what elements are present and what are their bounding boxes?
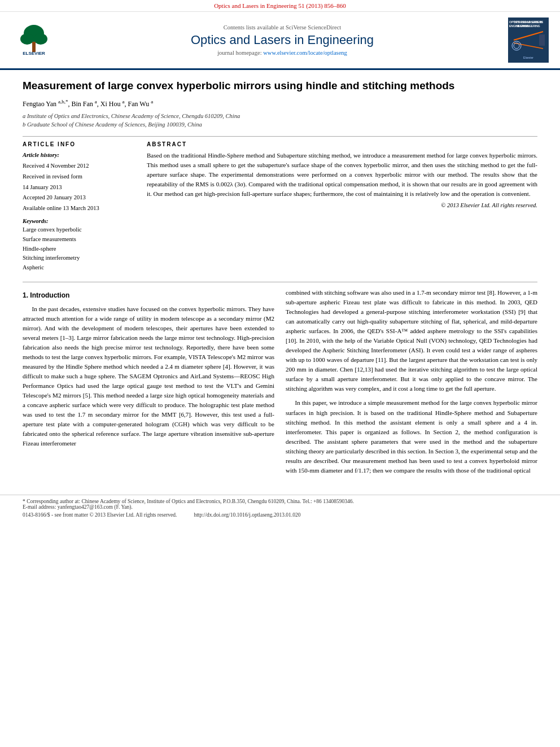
svg-text:OPTICS AND LASERS: OPTICS AND LASERS: [514, 20, 544, 24]
section-1-heading: 1. Introduction: [23, 290, 274, 301]
footer: * Corresponding author at: Chinese Acade…: [0, 495, 560, 521]
email-label: E-mail address:: [23, 504, 56, 510]
keyword-2: Surface measurements: [23, 235, 135, 244]
homepage-url[interactable]: www.elsevier.com/locate/optlaseng: [263, 50, 347, 56]
divider-1: [23, 136, 537, 137]
svg-point-3: [34, 33, 47, 45]
keyword-5: Aspheric: [23, 263, 135, 273]
intro-para-1: In the past decades, extensive studies h…: [23, 304, 274, 449]
author-binfan: Bin Fan a: [72, 100, 97, 108]
keywords-label: Keywords:: [23, 218, 135, 224]
affiliation-a: a Institute of Optics and Electronics, C…: [23, 112, 537, 121]
issn-text: 0143-8166/$ - see front matter © 2013 El…: [23, 512, 177, 518]
keyword-3: Hindle-sphere: [23, 244, 135, 254]
abstract-text: Based on the traditional Hindle-Sphere m…: [147, 151, 537, 199]
journal-cover-image: OPTICS AND LASERS IN ENGINEERING Elsevie…: [508, 18, 549, 63]
received-revised: Received in revised form: [23, 172, 135, 182]
keyword-1: Large convex hyperbolic: [23, 225, 135, 235]
author-fengtao: Fengtao Yan a,b,*: [23, 100, 68, 108]
received-revised-date: 14 January 2013: [23, 183, 135, 193]
elsevier-logo: ELSEVIER: [11, 22, 56, 59]
journal-citation: Optics and Lasers in Engineering 51 (201…: [214, 2, 346, 9]
homepage-label: journal homepage:: [217, 50, 261, 56]
abstract-column: ABSTRACT Based on the traditional Hindle…: [147, 141, 537, 273]
email-value: yanfengtao427@163.com (F. Yan).: [58, 504, 133, 510]
journal-title: Optics and Lasers in Engineering: [62, 33, 502, 47]
article-info-column: ARTICLE INFO Article history: Received 4…: [23, 141, 135, 273]
svg-text:IN ENGINEERING: IN ENGINEERING: [517, 24, 540, 28]
article-title: Measurement of large convex hyperbolic m…: [23, 79, 537, 93]
intro-para-3: In this paper, we introduce a simple mea…: [286, 398, 537, 475]
main-col-left: 1. Introduction In the past decades, ext…: [23, 288, 274, 480]
issn-doi-line: 0143-8166/$ - see front matter © 2013 El…: [23, 512, 537, 518]
authors-line: Fengtao Yan a,b,*, Bin Fan a, Xi Hou a, …: [23, 99, 537, 108]
received-1: Received 4 November 2012: [23, 161, 135, 171]
email-line: E-mail address: yanfengtao427@163.com (F…: [23, 504, 537, 510]
article-body: Measurement of large convex hyperbolic m…: [0, 70, 560, 489]
homepage-line: journal homepage: www.elsevier.com/locat…: [62, 50, 502, 56]
journal-center-info: Contents lists available at SciVerse Sci…: [62, 24, 502, 56]
keyword-4: Stitching interferometry: [23, 254, 135, 263]
main-body-section: 1. Introduction In the past decades, ext…: [23, 288, 537, 480]
article-history-block: Article history: Received 4 November 201…: [23, 151, 135, 213]
svg-rect-13: [539, 34, 545, 46]
keywords-list: Large convex hyperbolic Surface measurem…: [23, 225, 135, 273]
copyright-line: © 2013 Elsevier Ltd. All rights reserved…: [147, 202, 537, 208]
article-info-label: ARTICLE INFO: [23, 141, 135, 147]
author-fanwu: Fan Wu a: [128, 100, 154, 108]
doi-text: http://dx.doi.org/10.1016/j.optlaseng.20…: [194, 512, 300, 518]
top-bar: Optics and Lasers in Engineering 51 (201…: [0, 0, 560, 12]
article-info-abstract-section: ARTICLE INFO Article history: Received 4…: [23, 141, 537, 273]
keywords-block: Keywords: Large convex hyperbolic Surfac…: [23, 218, 135, 273]
history-label: Article history:: [23, 152, 59, 158]
intro-para-2: combined with stitching software was als…: [286, 288, 537, 394]
footnote-star: * Corresponding author at: Chinese Acade…: [23, 499, 537, 504]
author-xihou: Xi Hou a: [100, 100, 125, 108]
available-online: Available online 13 March 2013: [23, 204, 135, 213]
svg-text:ELSEVIER: ELSEVIER: [23, 51, 45, 56]
contents-available-line: Contents lists available at SciVerse Sci…: [62, 24, 502, 30]
divider-2: [23, 282, 537, 282]
affiliations: a Institute of Optics and Electronics, C…: [23, 112, 537, 130]
svg-text:Elsevier: Elsevier: [523, 56, 533, 59]
journal-header: ELSEVIER Contents lists available at Sci…: [0, 12, 560, 70]
main-col-right: combined with stitching software was als…: [286, 288, 537, 480]
affiliation-b: b Graduate School of Chinese Academy of …: [23, 120, 537, 129]
contents-text: Contents lists available at SciVerse Sci…: [224, 24, 341, 30]
svg-point-2: [20, 33, 34, 45]
abstract-label: ABSTRACT: [147, 141, 537, 147]
accepted-date: Accepted 20 January 2013: [23, 193, 135, 203]
